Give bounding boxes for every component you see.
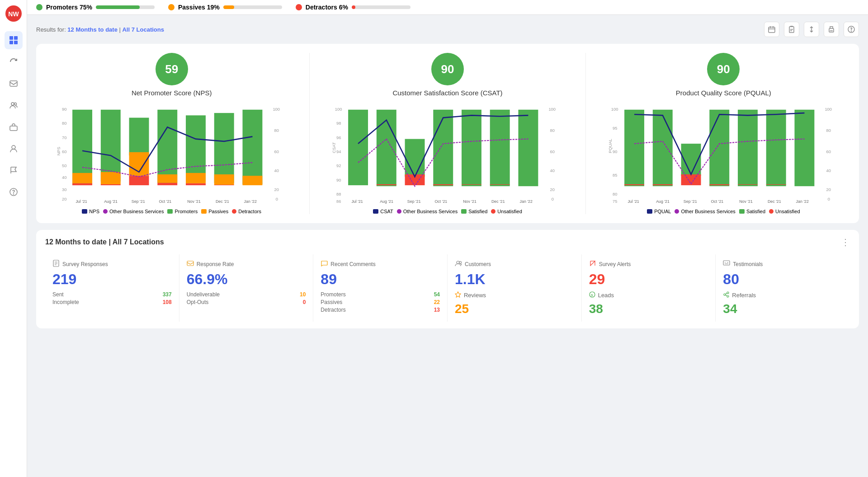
- svg-rect-84: [490, 184, 510, 185]
- promoters-dot: [36, 4, 42, 10]
- svg-text:Sep '21: Sep '21: [407, 199, 421, 204]
- svg-rect-77: [405, 139, 425, 177]
- print-button[interactable]: [824, 22, 839, 37]
- svg-rect-43: [186, 173, 206, 183]
- sort-button[interactable]: [804, 22, 819, 37]
- customers-label: Customers: [465, 261, 491, 267]
- stats-header: 12 Months to date | All 7 Locations ⋮: [45, 237, 850, 248]
- sidebar-item-person[interactable]: [5, 140, 23, 158]
- survey-responses-incomplete-value: 108: [163, 299, 172, 305]
- svg-text:70: 70: [62, 135, 66, 140]
- response-rate-optouts-value: 0: [303, 299, 306, 305]
- survey-responses-sent-value: 337: [163, 291, 172, 298]
- svg-text:NW: NW: [8, 10, 19, 18]
- svg-rect-76: [377, 184, 396, 185]
- svg-text:90: 90: [613, 149, 617, 154]
- recent-comments-card: Recent Comments 89 Promoters 54 Passives…: [313, 254, 448, 322]
- nps-legend-obs: Other Business Services: [103, 209, 164, 214]
- stats-section: 12 Months to date | All 7 Locations ⋮ Su…: [36, 230, 859, 328]
- sidebar-item-messages[interactable]: [5, 75, 23, 93]
- results-locations: All 7 Locations: [122, 26, 164, 33]
- csat-title: Customer Satisfaction Score (CSAT): [392, 89, 502, 97]
- svg-rect-85: [519, 110, 538, 186]
- svg-text:Nov '21: Nov '21: [463, 199, 476, 204]
- referrals-icon: [723, 291, 729, 299]
- svg-text:Jan '22: Jan '22: [244, 199, 257, 204]
- svg-text:Oct '21: Oct '21: [711, 199, 723, 204]
- pqual-legend-satisfied: Satisfied: [739, 209, 765, 214]
- recent-comments-label: Recent Comments: [330, 261, 375, 267]
- svg-text:CSAT: CSAT: [331, 142, 336, 153]
- pqual-legend-pqual: PQUAL: [647, 209, 671, 214]
- svg-text:94: 94: [336, 149, 341, 154]
- svg-rect-80: [434, 184, 453, 185]
- svg-text:92: 92: [336, 163, 341, 168]
- svg-rect-117: [766, 110, 786, 186]
- nps-legend-detractors-color: [232, 209, 236, 214]
- comments-passives-value: 22: [434, 299, 440, 305]
- pqual-score: 90: [717, 62, 730, 76]
- svg-rect-115: [738, 110, 758, 186]
- survey-alerts-icon: [589, 260, 596, 268]
- response-rate-value: 66.9%: [187, 271, 306, 288]
- help-button[interactable]: [844, 22, 859, 37]
- svg-text:Oct '21: Oct '21: [435, 199, 448, 204]
- comments-promoters-value: 54: [434, 291, 440, 298]
- results-period: 12 Months to date: [67, 26, 118, 33]
- comments-passives: Passives 22: [321, 299, 440, 305]
- sidebar-item-refresh[interactable]: [5, 53, 23, 71]
- stats-more-button[interactable]: ⋮: [841, 237, 850, 248]
- leads-header: $ Leads: [589, 291, 708, 299]
- svg-rect-118: [766, 184, 786, 185]
- svg-text:0: 0: [552, 196, 554, 201]
- dashboard: Results for: 12 Months to date | All 7 L…: [27, 15, 868, 477]
- nps-legend: NPS Other Business Services Promoters Pa…: [82, 209, 261, 214]
- svg-text:0: 0: [827, 196, 830, 201]
- sidebar-item-dashboard[interactable]: [5, 31, 23, 49]
- survey-responses-header: Survey Responses: [52, 260, 172, 268]
- recent-comments-icon: [321, 260, 328, 268]
- passives-label: Passives 19%: [178, 4, 220, 11]
- svg-rect-110: [653, 184, 673, 185]
- survey-responses-sent: Sent 337: [52, 291, 172, 298]
- clipboard-button[interactable]: [784, 22, 799, 37]
- svg-rect-46: [214, 174, 234, 185]
- promoters-progress-fill: [96, 5, 140, 9]
- reviews-value: 25: [455, 302, 574, 316]
- csat-legend: CSAT Other Business Services Satisfied U…: [373, 209, 522, 214]
- svg-text:40: 40: [826, 168, 830, 173]
- svg-rect-129: [187, 261, 193, 266]
- csat-legend-satisfied: Satisfied: [461, 209, 487, 214]
- svg-text:60: 60: [550, 149, 555, 154]
- sidebar-item-briefcase[interactable]: [5, 118, 23, 136]
- passives-progress-fill: [223, 5, 235, 9]
- calendar-button[interactable]: [764, 22, 779, 37]
- svg-point-7: [11, 103, 14, 105]
- stats-title: 12 Months to date | All 7 Locations: [45, 238, 164, 246]
- svg-text:75: 75: [613, 199, 617, 204]
- svg-rect-108: [624, 184, 644, 185]
- sidebar-item-help[interactable]: [5, 183, 23, 201]
- svg-rect-81: [462, 110, 481, 186]
- pqual-chart-area: 100 95 90 85 80 75 PQUAL 100 80 60 40 20…: [597, 101, 850, 205]
- csat-legend-obs: Other Business Services: [397, 209, 458, 214]
- sidebar-item-groups[interactable]: [5, 96, 23, 114]
- svg-rect-6: [10, 81, 17, 86]
- svg-point-8: [14, 103, 16, 105]
- testimonials-card: Testimonials 80 Referrals 34: [716, 254, 850, 322]
- sidebar-item-flag[interactable]: [5, 161, 23, 179]
- nps-chart-area: 90 80 70 60 50 40 30 20 NPS 100 80 60: [45, 101, 298, 205]
- referrals-label: Referrals: [732, 292, 756, 299]
- nps-title: Net Promoter Score (NPS): [132, 89, 212, 97]
- svg-text:Aug '21: Aug '21: [380, 199, 393, 204]
- svg-rect-109: [653, 110, 673, 186]
- app-logo[interactable]: NW: [5, 5, 23, 23]
- customers-card: Customers 1.1K Reviews 25: [448, 254, 582, 322]
- svg-rect-34: [101, 172, 121, 184]
- svg-rect-47: [214, 185, 234, 185]
- nps-legend-obs-color: [103, 209, 108, 214]
- detractors-progress-bar: [352, 5, 410, 9]
- customers-icon: [455, 260, 462, 268]
- svg-rect-5: [14, 41, 18, 44]
- svg-text:40: 40: [274, 168, 279, 173]
